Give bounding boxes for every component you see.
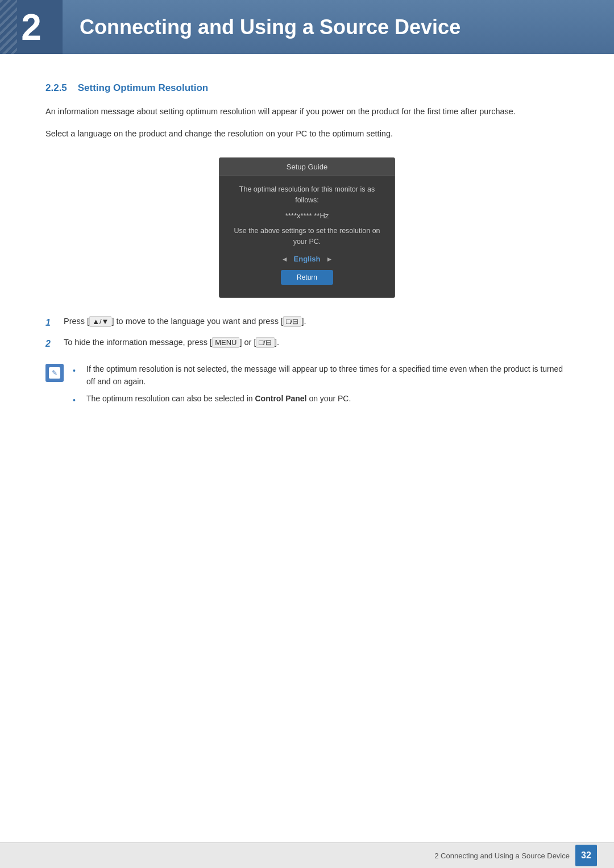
dialog-return-button[interactable]: Return [281,270,333,285]
dialog-arrow-left[interactable]: ◄ [281,255,288,263]
dialog-language-row: ◄ English ► [231,255,383,263]
note-bullet-1: If the optimum resolution is not selecte… [73,363,569,388]
step-2-text: To hide the information message, press [… [64,336,279,349]
note-text-1: If the optimum resolution is not selecte… [86,363,569,388]
dialog-resolution: ****x**** **Hz [231,211,383,220]
note-bullets: If the optimum resolution is not selecte… [73,363,569,412]
key-arrows: ▲/▼ [89,316,111,327]
note-text-2: The optimum resolution can also be selec… [86,392,351,405]
body-paragraph-1: An information message about setting opt… [45,105,569,118]
dialog-language: English [294,255,321,263]
key-confirm-2: □/⊟ [256,337,274,348]
note-icon-inner: ✎ [49,367,60,379]
header-stripe-decoration [0,0,17,54]
note-icon: ✎ [45,364,64,382]
dialog-arrow-right[interactable]: ► [326,255,333,263]
note-section: ✎ If the optimum resolution is not selec… [45,363,569,412]
note-bullet-2: The optimum resolution can also be selec… [73,392,569,406]
page-title: Connecting and Using a Source Device [63,15,460,39]
dialog-title: Setup Guide [219,158,395,176]
header-bar: 2 Connecting and Using a Source Device [0,0,614,54]
pencil-icon: ✎ [52,369,57,377]
key-confirm-1: □/⊟ [283,316,301,327]
dialog-instruction: Use the above settings to set the resolu… [231,226,383,247]
section-title: Setting Optimum Resolution [78,82,209,93]
section-number: 2.2.5 [45,82,67,93]
step-1: 1 Press [▲/▼] to move to the language yo… [45,315,569,330]
footer: 2 Connecting and Using a Source Device 3… [0,842,614,868]
footer-page-number: 32 [575,845,597,866]
footer-text: 2 Connecting and Using a Source Device [434,852,570,860]
steps-list: 1 Press [▲/▼] to move to the language yo… [45,315,569,351]
step-1-text: Press [▲/▼] to move to the language you … [64,315,306,328]
body-paragraph-2: Select a language on the product and cha… [45,127,569,140]
dialog-wrapper: Setup Guide The optimal resolution for t… [45,157,569,298]
chapter-number: 2 [21,9,42,45]
bullet-dot-2 [73,394,83,406]
dialog-body: The optimal resolution for this monitor … [219,176,395,297]
step-2: 2 To hide the information message, press… [45,336,569,351]
bullet-dot-1 [73,364,83,377]
step-2-number: 2 [45,337,59,351]
section-heading: 2.2.5 Setting Optimum Resolution [45,82,569,94]
setup-dialog: Setup Guide The optimal resolution for t… [219,157,395,298]
key-menu: MENU [212,337,239,348]
dialog-line1: The optimal resolution for this monitor … [231,184,383,206]
step-1-number: 1 [45,315,59,330]
main-content: 2.2.5 Setting Optimum Resolution An info… [0,54,614,446]
